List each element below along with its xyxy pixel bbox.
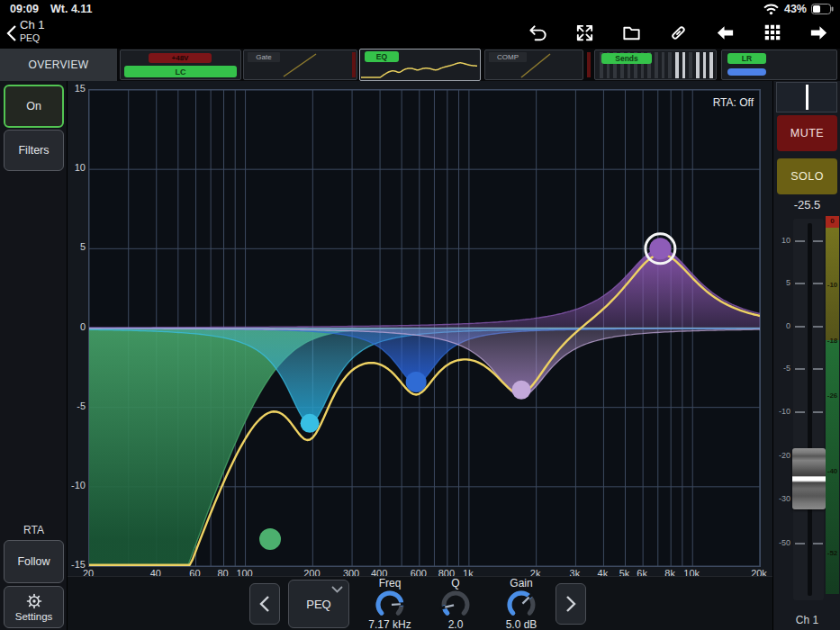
eq-node-band-4[interactable] (649, 238, 671, 259)
fader-scale-label: -50 (773, 538, 790, 547)
fader-tick (795, 283, 805, 284)
channel-strip-row: OVERVIEW +48V LC Gate EQ COMP Sends (0, 49, 840, 81)
arrow-left-icon (715, 22, 736, 43)
back-button[interactable] (4, 22, 20, 45)
strip-gate-section[interactable]: Gate (243, 50, 357, 80)
send-level-bar (703, 52, 707, 78)
strip-comp-section[interactable]: COMP (484, 50, 583, 80)
band-type-dropdown[interactable]: PEQ (288, 580, 349, 628)
gain-tick-label: 5 (68, 241, 86, 252)
fader-tick (813, 326, 823, 328)
battery-percent: 43% (784, 3, 807, 15)
fader-tick (795, 543, 805, 544)
scenes-button[interactable] (619, 21, 644, 44)
folder-icon (621, 22, 642, 43)
knob-value: 2.0 (448, 618, 464, 630)
gain-knob[interactable] (504, 590, 538, 618)
expand-icon (574, 22, 595, 43)
send-level-bar (709, 52, 713, 78)
nav-bar: Ch 1 PEQ (0, 18, 840, 48)
band-type-value: PEQ (306, 598, 330, 611)
filters-button[interactable]: Filters (4, 130, 64, 171)
send-level-bar (675, 52, 679, 78)
gain-tick-label: 0 (68, 321, 86, 332)
strip-eq-section-selected[interactable]: EQ (359, 49, 481, 81)
q-knob[interactable] (438, 590, 473, 618)
tab-overview[interactable]: OVERVIEW (0, 49, 117, 81)
strip-lr-section[interactable]: LR (721, 50, 837, 80)
level-meter: 0-10-18-26-40-52 (826, 216, 839, 594)
fader-slot (808, 223, 812, 596)
undo-icon (528, 22, 548, 43)
battery-icon (811, 4, 834, 14)
nav-channel-title: Ch 1 (20, 19, 44, 32)
eq-graph-area: 151050-5-10-15 2040608010020030040060080… (68, 81, 772, 576)
phantom-power-badge: +48V (149, 53, 212, 63)
arrow-right-icon (808, 22, 829, 43)
knob-label: Gain (510, 578, 532, 590)
eq-node-band-3[interactable] (512, 381, 531, 400)
eq-plot-surface[interactable]: RTA: Off (88, 89, 761, 567)
fader-knob[interactable] (792, 448, 826, 509)
meter-scale-label: -52 (826, 549, 839, 557)
send-level-bar (689, 52, 692, 78)
freq-knob[interactable] (373, 590, 407, 618)
fader-tick (795, 240, 805, 242)
link-icon (668, 22, 689, 43)
send-level-bar (655, 52, 658, 78)
meter-scale-label: 0 (826, 217, 839, 225)
eq-node-band-1[interactable] (301, 414, 320, 433)
eq-on-button[interactable]: On (4, 85, 64, 128)
back-chevron-icon (6, 24, 17, 42)
gain-tick-label: 10 (68, 162, 86, 173)
channel-name: Ch 1 (773, 614, 840, 626)
fader-value: -25.5 (773, 198, 840, 212)
apps-grid-button[interactable] (760, 21, 784, 44)
chevron-down-icon (331, 586, 343, 593)
fader-tick (795, 411, 805, 413)
fader-scale-label: -30 (773, 494, 790, 503)
next-channel-button[interactable] (807, 21, 831, 44)
pan-control[interactable] (776, 82, 837, 112)
strip-preamp-section[interactable]: +48V LC (120, 50, 241, 80)
fader-scale-label: -5 (773, 364, 790, 373)
comp-meter (587, 52, 591, 77)
meter-scale-label: -10 (826, 281, 839, 289)
link-button[interactable] (666, 21, 691, 44)
rta-label: RTA (0, 524, 68, 536)
status-date: Wt. 4.11 (50, 3, 93, 15)
next-band-button[interactable] (555, 583, 586, 625)
lr-badge: LR (727, 53, 766, 64)
fader-scale-label: 5 (773, 278, 790, 287)
strip-sends-section[interactable]: Sends (594, 50, 717, 80)
fullscreen-button[interactable] (573, 21, 597, 44)
knob-value: 5.0 dB (506, 618, 537, 630)
knob-label: Q (451, 578, 459, 590)
send-level-bar (662, 52, 665, 78)
send-level-bar (682, 52, 686, 78)
prev-band-button[interactable] (249, 583, 280, 625)
gate-curve-thumbnail (244, 50, 357, 79)
fader-area: 1050-5-10-20-30-50 0-10-18-26-40-52 (773, 216, 840, 612)
prev-channel-button[interactable] (713, 21, 737, 44)
send-level-bar (668, 52, 672, 78)
solo-button[interactable]: SOLO (777, 158, 837, 194)
eq-curve-thumbnail (361, 58, 477, 79)
sends-badge: Sends (601, 53, 652, 64)
channel-panel: MUTE SOLO -25.5 1050-5-10-20-30-50 0-10-… (772, 81, 840, 630)
lr-pan-bar (727, 68, 766, 76)
nav-page-title: PEQ (20, 32, 44, 43)
rta-status-toggle[interactable]: RTA: Off (713, 96, 754, 109)
settings-button[interactable]: Settings (4, 586, 64, 628)
send-level-bar (696, 52, 700, 78)
eq-node-band-2[interactable] (406, 372, 427, 392)
rta-follow-button[interactable]: Follow (4, 540, 64, 583)
fader-scale-label: 10 (773, 236, 790, 245)
mute-button[interactable]: MUTE (777, 115, 837, 151)
fader-tick (813, 240, 823, 242)
undo-button[interactable] (526, 21, 550, 44)
comp-curve-thumbnail (485, 50, 583, 79)
settings-label: Settings (15, 611, 53, 622)
eq-node-low-cut[interactable] (259, 528, 281, 550)
gain-tick-label: 15 (68, 83, 86, 94)
